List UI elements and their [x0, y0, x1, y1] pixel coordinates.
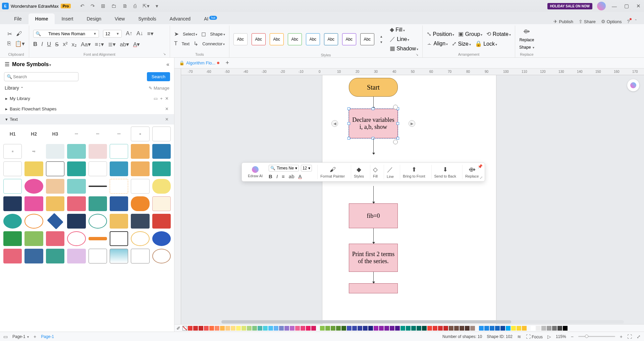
fill-button[interactable]: ◆ Fill▾: [390, 26, 418, 33]
manage-link[interactable]: ✎ Manage: [149, 86, 169, 91]
thumb[interactable]: [46, 249, 64, 263]
maximize-icon[interactable]: ▢: [623, 3, 630, 9]
flowchart-next-partial[interactable]: [349, 283, 398, 293]
thumb[interactable]: [152, 249, 171, 263]
focus-button[interactable]: ⛶ Focus: [526, 334, 543, 339]
redo-icon[interactable]: ↷: [91, 3, 95, 9]
tab-symbols[interactable]: Symbols: [131, 13, 163, 24]
section-text[interactable]: ▾ Text✕: [0, 114, 174, 125]
color-swatch[interactable]: [417, 326, 421, 331]
thumb[interactable]: [67, 161, 86, 176]
thumb[interactable]: [89, 196, 107, 211]
page-select[interactable]: Page-1 ▾: [12, 334, 29, 339]
thumb[interactable]: [24, 231, 43, 246]
horizontal-scrollbar[interactable]: [221, 320, 624, 324]
color-swatch[interactable]: [384, 326, 389, 331]
thumb[interactable]: [131, 249, 149, 263]
align-button[interactable]: ⫠ Align▾: [427, 40, 448, 47]
thumb[interactable]: [24, 214, 43, 229]
color-swatch[interactable]: [449, 326, 453, 331]
thumb[interactable]: [89, 237, 107, 240]
styles-dialog-launcher-icon[interactable]: ↘: [416, 53, 418, 56]
mylib-close-icon[interactable]: ✕: [165, 96, 169, 101]
color-swatch[interactable]: [258, 326, 262, 331]
font-family-select[interactable]: 🔍Times New Roman▼: [33, 30, 99, 38]
color-swatch[interactable]: [220, 326, 225, 331]
tab-view[interactable]: View: [108, 13, 131, 24]
color-swatch[interactable]: [490, 326, 494, 331]
open-icon[interactable]: 🗀: [111, 3, 116, 9]
thumb[interactable]: [24, 161, 43, 176]
color-swatch[interactable]: [390, 326, 394, 331]
qa-more-icon[interactable]: ▾: [156, 3, 158, 9]
font-size-select[interactable]: 12▼: [103, 30, 122, 38]
ctx-size-select[interactable]: 12 ▾: [301, 165, 312, 172]
thumb[interactable]: [3, 161, 22, 176]
color-swatch[interactable]: [325, 326, 330, 331]
collapse-ribbon-icon[interactable]: ˆ: [635, 19, 637, 24]
color-swatch[interactable]: [531, 326, 535, 331]
ctx-align-icon[interactable]: ≡: [282, 174, 285, 179]
rotate-handle[interactable]: [393, 105, 398, 109]
thumb[interactable]: [131, 179, 149, 194]
thumb-h3[interactable]: H3: [46, 127, 64, 141]
subscript-icon[interactable]: x₂: [71, 41, 77, 48]
line-button[interactable]: ／ Line▾: [390, 35, 418, 43]
flowchart-declare-selected[interactable]: Declare variables i, a,b, show: [349, 109, 398, 138]
close-icon[interactable]: ✕: [635, 3, 642, 9]
thumb[interactable]: •≡: [24, 144, 43, 159]
color-swatch[interactable]: [320, 326, 325, 331]
expand-icon[interactable]: ⤢: [480, 176, 483, 180]
thumb[interactable]: [89, 161, 107, 176]
thumb[interactable]: [131, 214, 149, 229]
color-swatch[interactable]: [465, 326, 470, 331]
thumb[interactable]: [3, 249, 22, 263]
resize-handle[interactable]: [347, 107, 350, 110]
color-swatch[interactable]: [400, 326, 405, 331]
style-preset-5[interactable]: Abc: [324, 33, 338, 45]
zoom-value[interactable]: 115%: [556, 334, 566, 339]
tab-insert[interactable]: Insert: [55, 13, 80, 24]
document-tab[interactable]: 🔒 Algorithm Flo...: [176, 59, 223, 67]
ctx-italic-icon[interactable]: I: [276, 174, 278, 179]
color-swatch[interactable]: [427, 326, 432, 331]
canvas[interactable]: Start Declare variables i, a,b, show ◀: [181, 75, 644, 324]
select-button[interactable]: Select▾: [183, 32, 197, 37]
options-button[interactable]: ⚙Options: [601, 19, 622, 24]
thumb[interactable]: [3, 231, 22, 246]
format-painter-icon[interactable]: 🖌: [16, 31, 22, 37]
connector-arrow[interactable]: [373, 228, 374, 244]
color-swatch[interactable]: [236, 326, 241, 331]
add-tab-icon[interactable]: +: [225, 59, 229, 66]
thumb[interactable]: [131, 144, 149, 159]
color-swatch[interactable]: [352, 326, 357, 331]
thumb[interactable]: [131, 161, 149, 176]
thumb[interactable]: [46, 179, 64, 194]
color-swatch[interactable]: [411, 326, 416, 331]
connector-button[interactable]: Connector▾: [202, 41, 225, 46]
fit-page-icon[interactable]: ⛶: [627, 334, 632, 339]
page-list-icon[interactable]: ▭: [3, 334, 8, 339]
lock-button[interactable]: 🔒 Lock▾: [475, 40, 497, 47]
ctx-replace-button[interactable]: Replace: [465, 174, 479, 178]
edraw-ai-button[interactable]: Edraw AI: [248, 174, 263, 178]
symbol-search-button[interactable]: Search: [147, 72, 170, 81]
thumb[interactable]: [67, 231, 86, 246]
zoom-in-icon[interactable]: +: [620, 334, 623, 339]
flowchart-fib[interactable]: fib=0: [349, 203, 398, 228]
color-swatch[interactable]: [422, 326, 427, 331]
thumb-h1[interactable]: H1: [3, 127, 22, 141]
thumb[interactable]: [3, 214, 22, 229]
color-swatch[interactable]: [241, 326, 246, 331]
cut-icon[interactable]: ✂: [7, 31, 12, 38]
page-link[interactable]: Page-1: [41, 334, 54, 339]
add-page-icon[interactable]: +: [34, 334, 36, 339]
quick-connect-right-icon[interactable]: ▶: [409, 120, 415, 127]
color-swatch[interactable]: [552, 326, 557, 331]
resize-handle[interactable]: [372, 107, 374, 110]
gallery-down-icon[interactable]: ▾: [380, 40, 382, 44]
color-swatch[interactable]: [204, 326, 209, 331]
text-button[interactable]: Text: [181, 41, 190, 46]
thumb-h2[interactable]: H2: [24, 127, 43, 141]
color-swatch[interactable]: [209, 326, 214, 331]
